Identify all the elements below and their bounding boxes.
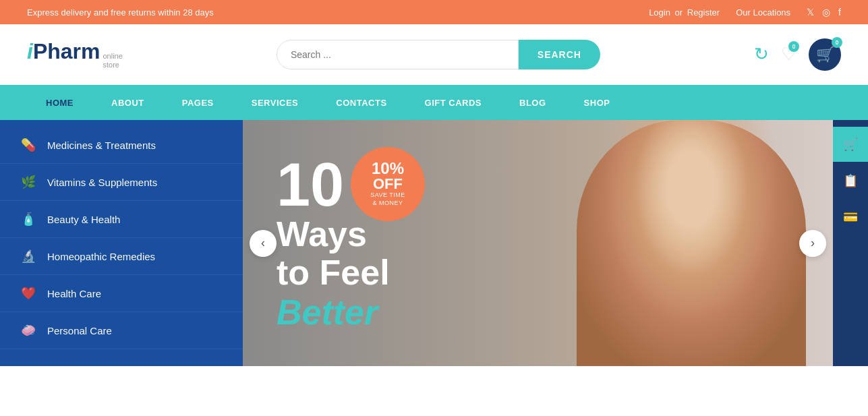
medicines-icon: 💊 <box>20 138 36 152</box>
sidebar-label-medicines: Medicines & Treatments <box>47 140 156 151</box>
refresh-btn[interactable]: ↻ <box>754 44 769 65</box>
discount-off: OFF <box>373 177 403 191</box>
discount-save-time: SAVE TIME <box>370 191 405 200</box>
cart-badge: 0 <box>832 37 842 48</box>
cart-icon: 🛒 <box>816 46 834 63</box>
header: i Pharm online store SEARCH ↻ ♡ 0 🛒 0 <box>0 24 868 85</box>
nav-pages[interactable]: PAGES <box>163 85 233 120</box>
nav-services[interactable]: SERVICES <box>233 85 318 120</box>
sidebar-item-vitamins[interactable]: 🌿 Vitamins & Supplements <box>0 164 243 201</box>
facebook-icon[interactable]: f <box>838 7 841 18</box>
right-arrow-icon: › <box>811 236 815 250</box>
nav-about[interactable]: ABOUT <box>92 85 163 120</box>
twitter-icon[interactable]: 𝕏 <box>807 7 814 18</box>
discount-badge: 10% OFF SAVE TIME & MONEY <box>351 147 425 221</box>
logo-i: i <box>27 39 33 64</box>
sidebar-label-homeopathic: Homeopathic Remedies <box>47 251 155 262</box>
sidebar-item-health-care[interactable]: ❤️ Health Care <box>0 275 243 312</box>
sidebar-label-health-care: Health Care <box>47 288 101 299</box>
logo[interactable]: i Pharm online store <box>27 39 123 69</box>
next-slide-btn[interactable]: › <box>799 230 826 257</box>
nav-shop[interactable]: SHOP <box>565 85 629 120</box>
logo-pharm: Pharm <box>33 39 100 64</box>
homeopathic-icon: 🔬 <box>20 249 36 264</box>
main-content: 💊 Medicines & Treatments 🌿 Vitamins & Su… <box>0 120 868 366</box>
sidebar-item-medicines[interactable]: 💊 Medicines & Treatments <box>0 127 243 164</box>
nav-home[interactable]: HOME <box>27 85 92 120</box>
hero-section: 10% OFF SAVE TIME & MONEY 10 Ways to Fee… <box>243 120 833 366</box>
prev-slide-btn[interactable]: ‹ <box>250 230 277 257</box>
top-bar-right: Login or Register Our Locations 𝕏 ◎ f <box>649 7 841 18</box>
cart-btn[interactable]: 🛒 0 <box>809 38 841 71</box>
nav-blog[interactable]: BLOG <box>500 85 565 120</box>
search-button[interactable]: SEARCH <box>519 40 600 69</box>
vitamins-icon: 🌿 <box>20 175 36 189</box>
nav-contacts[interactable]: CONTACTS <box>317 85 405 120</box>
login-link[interactable]: Login or Register <box>649 7 720 18</box>
panel-cart-icon: 🛒 <box>843 137 858 152</box>
sidebar-item-homeopathic[interactable]: 🔬 Homeopathic Remedies <box>0 238 243 275</box>
health-care-icon: ❤️ <box>20 286 36 301</box>
hero-face-highlight <box>577 120 806 366</box>
sidebar: 💊 Medicines & Treatments 🌿 Vitamins & Su… <box>0 120 243 366</box>
search-input[interactable] <box>277 40 519 69</box>
hero-better: Better <box>277 292 390 332</box>
search-bar: SEARCH <box>277 40 600 69</box>
left-arrow-icon: ‹ <box>261 236 265 250</box>
refresh-icon: ↻ <box>754 44 769 65</box>
discount-save-money: & MONEY <box>372 200 403 208</box>
sidebar-label-vitamins: Vitamins & Supplements <box>47 177 157 188</box>
right-panel-card-btn[interactable]: 💳 <box>833 200 868 235</box>
right-panel-wishlist-btn[interactable]: 📋 <box>833 163 868 198</box>
sidebar-label-beauty: Beauty & Health <box>47 214 120 225</box>
discount-percent: 10% <box>372 160 404 177</box>
sidebar-item-beauty[interactable]: 🧴 Beauty & Health <box>0 201 243 238</box>
personal-care-icon: 🧼 <box>20 323 36 338</box>
right-panel-cart-btn[interactable]: 🛒 <box>833 127 868 162</box>
nav-gift-cards[interactable]: GIFT CARDS <box>406 85 500 120</box>
instagram-icon[interactable]: ◎ <box>822 7 830 18</box>
beauty-icon: 🧴 <box>20 212 36 227</box>
panel-wishlist-icon: 📋 <box>843 173 858 188</box>
top-bar: Express delivery and free returns within… <box>0 0 868 24</box>
hero-number: 10 <box>277 154 344 214</box>
wishlist-btn[interactable]: ♡ 0 <box>781 44 797 65</box>
hero-to-feel: to Feel <box>277 254 390 292</box>
main-nav: HOME ABOUT PAGES SERVICES CONTACTS GIFT … <box>0 85 868 120</box>
sidebar-label-personal-care: Personal Care <box>47 325 112 336</box>
right-panel: 🛒 📋 💳 <box>833 120 868 366</box>
locations-link[interactable]: Our Locations <box>736 7 790 18</box>
header-icons: ↻ ♡ 0 🛒 0 <box>754 38 841 71</box>
delivery-text: Express delivery and free returns within… <box>27 7 649 18</box>
wishlist-badge: 0 <box>788 41 799 52</box>
logo-sub: online store <box>103 52 122 69</box>
social-icons: 𝕏 ◎ f <box>807 7 841 18</box>
panel-card-icon: 💳 <box>843 210 858 225</box>
sidebar-item-personal-care[interactable]: 🧼 Personal Care <box>0 312 243 349</box>
hero-ways: Ways <box>277 214 390 253</box>
